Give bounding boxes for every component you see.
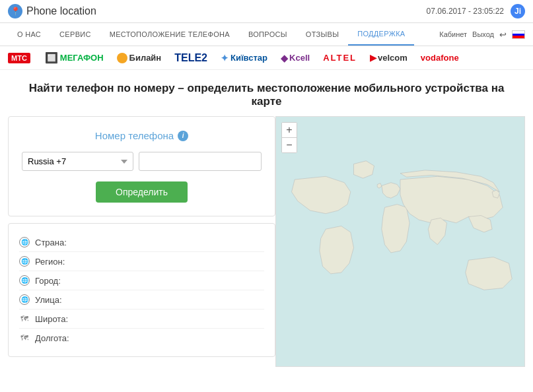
nav-reviews[interactable]: ОТЗЫВЫ: [297, 24, 348, 45]
nav-about[interactable]: О НАС: [8, 24, 50, 45]
logo: 📍 Phone location: [8, 4, 96, 18]
nav-phone-location[interactable]: МЕСТОПОЛОЖЕНИЕ ТЕЛЕФОНА: [100, 24, 239, 45]
header: 📍 Phone location 07.06.2017 - 23:05:22 J…: [0, 0, 533, 23]
phone-number-input[interactable]: [139, 152, 262, 171]
vodafone-label: vodafone: [421, 53, 459, 63]
carrier-kcell[interactable]: ◆ Kcell: [281, 53, 310, 63]
altel-label: ALTEL: [323, 53, 357, 63]
zoom-out-button[interactable]: −: [282, 138, 297, 152]
map-controls: + −: [281, 122, 297, 153]
carrier-megafon[interactable]: 🔲 МЕГАФОН: [45, 51, 104, 64]
megafon-label: МЕГАФОН: [60, 53, 104, 63]
cabinet-link[interactable]: Кабинет: [439, 30, 467, 38]
zoom-in-button[interactable]: +: [282, 123, 297, 137]
logout-link[interactable]: Выход: [472, 30, 494, 38]
field-lon: 🗺 Долгота:: [19, 329, 264, 347]
tele2-label: TELE2: [174, 52, 207, 64]
globe-icon-city: 🌐: [19, 275, 30, 286]
phone-label-text: Номер телефона: [95, 130, 174, 141]
carrier-tele2[interactable]: TELE2: [174, 52, 207, 64]
field-lat: 🗺 Широта:: [19, 310, 264, 329]
kcell-label: Kcell: [289, 53, 310, 63]
phone-input-row: Russia +7 Ukraine +380 Kazakhstan +7 Bel…: [22, 152, 262, 171]
field-region: 🌐 Регион:: [19, 252, 264, 271]
globe-icon-region: 🌐: [19, 256, 30, 267]
logo-text: Phone location: [26, 5, 96, 17]
globe-icon-street: 🌐: [19, 294, 30, 305]
mts-icon: МТС: [8, 53, 30, 63]
phone-label: Номер телефона i: [22, 130, 262, 141]
logo-icon: 📍: [8, 4, 22, 18]
carriers-bar: МТС 🔲 МЕГАФОН Билайн TELE2 ✦ Київстар ◆ …: [0, 46, 533, 70]
logout-icon: ↩: [499, 30, 507, 40]
content-area: Номер телефона i Russia +7 Ukraine +380 …: [0, 116, 533, 375]
country-label: Страна:: [35, 238, 67, 247]
left-panel: Номер телефона i Russia +7 Ukraine +380 …: [8, 116, 275, 367]
map-icon-lon: 🗺: [19, 333, 30, 343]
beeline-icon: [117, 53, 127, 63]
info-icon[interactable]: i: [178, 131, 188, 141]
map-icon-lat: 🗺: [19, 313, 30, 324]
nav-support[interactable]: ПОДДЕРЖКА: [348, 23, 414, 46]
field-city: 🌐 Город:: [19, 271, 264, 290]
google-icon[interactable]: Ji: [511, 4, 525, 18]
carrier-mts[interactable]: МТС: [8, 53, 32, 63]
submit-button[interactable]: Определить: [96, 181, 188, 203]
nav-service[interactable]: СЕРВИС: [50, 24, 100, 45]
carrier-altel[interactable]: ALTEL: [323, 53, 357, 63]
carrier-vodafone[interactable]: vodafone: [421, 53, 459, 63]
navbar: О НАС СЕРВИС МЕСТОПОЛОЖЕНИЕ ТЕЛЕФОНА ВОП…: [0, 23, 533, 46]
lon-label: Долгота:: [35, 333, 69, 343]
megafon-icon: 🔲: [45, 51, 58, 64]
nav-right: Кабинет Выход ↩: [439, 30, 525, 40]
world-map-svg: [276, 117, 524, 366]
velcom-icon: ▶: [370, 53, 376, 63]
flag-icon: [512, 30, 525, 39]
datetime: 07.06.2017 - 23:05:22: [427, 7, 504, 16]
velcom-label: velcom: [378, 53, 408, 63]
street-label: Улица:: [35, 295, 62, 305]
carrier-velcom[interactable]: ▶ velcom: [370, 53, 408, 63]
beeline-label: Билайн: [129, 53, 162, 63]
country-select[interactable]: Russia +7 Ukraine +380 Kazakhstan +7 Bel…: [22, 152, 133, 171]
carrier-beeline[interactable]: Билайн: [117, 53, 162, 63]
nav-questions[interactable]: ВОПРОСЫ: [239, 24, 297, 45]
form-box: Номер телефона i Russia +7 Ukraine +380 …: [8, 116, 275, 216]
info-box: 🌐 Страна: 🌐 Регион: 🌐 Город: 🌐 Улица: 🗺 …: [8, 223, 275, 357]
field-street: 🌐 Улица:: [19, 290, 264, 310]
globe-icon-country: 🌐: [19, 237, 30, 247]
carrier-kyivstar[interactable]: ✦ Київстар: [221, 53, 267, 63]
field-country: 🌐 Страна:: [19, 233, 264, 252]
map-panel: + −: [275, 116, 525, 367]
lat-label: Широта:: [35, 314, 68, 324]
header-right: 07.06.2017 - 23:05:22 Ji: [427, 4, 525, 18]
kcell-icon: ◆: [281, 53, 288, 63]
kyivstar-icon: ✦: [221, 53, 229, 63]
kyivstar-label: Київстар: [231, 53, 267, 63]
city-label: Город:: [35, 276, 61, 286]
region-label: Регион:: [35, 257, 65, 267]
main-heading: Найти телефон по номеру – определить мес…: [0, 70, 533, 116]
